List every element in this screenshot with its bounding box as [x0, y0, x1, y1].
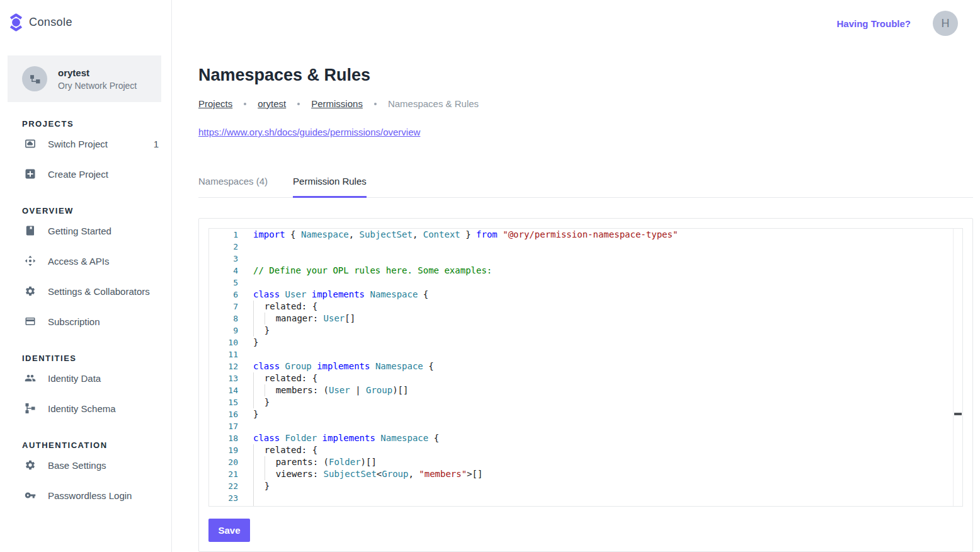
tabs: Namespaces (4)Permission Rules: [198, 176, 973, 198]
tab-namespaces-4[interactable]: Namespaces (4): [198, 176, 268, 198]
code-line: 19related: {: [209, 444, 962, 456]
credit-card-icon: [25, 316, 36, 327]
indent-guide: [253, 480, 265, 492]
plus-square-icon: [25, 168, 36, 180]
line-number: 13: [209, 372, 253, 384]
line-number: 20: [209, 456, 253, 468]
sidebar: Console orytest Ory Network Project PROJ…: [0, 0, 172, 552]
breadcrumb-item[interactable]: orytest: [258, 98, 286, 109]
docs-link[interactable]: https://www.ory.sh/docs/guides/permissio…: [198, 127, 420, 137]
code-line: 6class User implements Namespace {: [209, 289, 962, 301]
sidebar-item-label: Subscription: [48, 316, 100, 327]
line-number: 8: [209, 313, 253, 325]
indent-guide: [253, 396, 265, 408]
page-title: Namespaces & Rules: [198, 66, 973, 85]
breadcrumb-item[interactable]: Projects: [198, 98, 232, 109]
code-line: 2: [209, 241, 962, 253]
sidebar-item-label: Access & APIs: [48, 256, 110, 267]
sidebar-item-base-settings[interactable]: Base Settings: [0, 450, 171, 480]
breadcrumb-item[interactable]: Permissions: [311, 98, 363, 109]
code-line: 16}: [209, 408, 962, 420]
people-icon: [25, 372, 36, 384]
sidebar-nav: PROJECTSSwitch Project1Create ProjectOVE…: [0, 119, 171, 510]
indent-guide: [253, 444, 265, 456]
line-number: 4: [209, 265, 253, 277]
code-line: 17: [209, 420, 962, 432]
sidebar-section-heading: IDENTITIES: [0, 354, 171, 363]
indent-guide: [253, 468, 265, 480]
sidebar-item-label: Getting Started: [48, 226, 111, 236]
sidebar-item-getting-started[interactable]: Getting Started: [0, 216, 171, 246]
sidebar-item-identity-schema[interactable]: Identity Schema: [0, 393, 171, 423]
overview-ruler: [953, 229, 962, 506]
indent-guide: [253, 372, 265, 384]
app-logo[interactable]: Console: [0, 0, 171, 35]
line-number: 12: [209, 360, 253, 372]
code-line: 7related: {: [209, 301, 962, 313]
sidebar-item-access-apis[interactable]: Access & APIs: [0, 246, 171, 276]
line-number: 14: [209, 384, 253, 396]
sidebar-item-create-project[interactable]: Create Project: [0, 159, 171, 189]
sidebar-item-count: 1: [154, 139, 159, 149]
code-line: 13related: {: [209, 372, 962, 384]
code-line: 3: [209, 253, 962, 265]
breadcrumb-separator-icon: [244, 103, 246, 105]
code-line: 21viewers: SubjectSet<Group, "members">[…: [209, 468, 962, 480]
line-number: 10: [209, 336, 253, 348]
code-line: 22}: [209, 480, 962, 492]
sidebar-item-switch-project[interactable]: Switch Project1: [0, 129, 171, 159]
book-icon: [25, 225, 36, 236]
breadcrumb-separator-icon: [374, 103, 377, 105]
code-line: 5: [209, 277, 962, 289]
sidebar-item-passwordless-login[interactable]: Passwordless Login: [0, 480, 171, 510]
line-number: 24: [209, 504, 253, 507]
main-content: Namespaces & Rules ProjectsorytestPermis…: [198, 0, 973, 552]
app-title: Console: [29, 16, 72, 29]
line-number: 6: [209, 289, 253, 301]
cursor-marker-icon: [954, 413, 962, 415]
line-number: 15: [209, 396, 253, 408]
code-line: 12class Group implements Namespace {: [209, 360, 962, 372]
code-line: 1import { Namespace, SubjectSet, Context…: [209, 229, 962, 241]
sidebar-item-identity-data[interactable]: Identity Data: [0, 363, 171, 393]
code-line: 14members: (User | Group)[]: [209, 384, 962, 396]
project-subtitle: Ory Network Project: [58, 81, 137, 91]
code-editor[interactable]: 1import { Namespace, SubjectSet, Context…: [208, 228, 963, 507]
breadcrumb-separator-icon: [297, 103, 300, 105]
line-number: 11: [209, 348, 253, 360]
sidebar-item-label: Identity Data: [48, 373, 101, 384]
code-line: 20parents: (Folder)[]: [209, 456, 962, 468]
code-line: 9}: [209, 325, 962, 336]
code-line: 18class Folder implements Namespace {: [209, 432, 962, 444]
cloud-box-icon: [25, 138, 36, 149]
sidebar-item-subscription[interactable]: Subscription: [0, 306, 171, 336]
indent-guide: [253, 301, 265, 313]
editor-card: 1import { Namespace, SubjectSet, Context…: [198, 218, 973, 552]
line-number: 19: [209, 444, 253, 456]
line-number: 2: [209, 241, 253, 253]
line-number: 1: [209, 229, 253, 241]
line-number: 23: [209, 492, 253, 504]
project-avatar-icon: [22, 66, 47, 91]
key-icon: [25, 490, 36, 501]
indent-guide: [253, 492, 265, 504]
indent-guide: [265, 384, 276, 396]
indent-guide: [253, 504, 265, 507]
code-line: 8manager: User[]: [209, 313, 962, 325]
project-name: orytest: [58, 67, 137, 78]
code-lines: 1import { Namespace, SubjectSet, Context…: [209, 229, 962, 507]
line-number: 9: [209, 325, 253, 336]
save-button[interactable]: Save: [208, 519, 250, 542]
sidebar-item-label: Settings & Collaborators: [48, 286, 150, 297]
line-number: 16: [209, 408, 253, 420]
sidebar-item-label: Passwordless Login: [48, 490, 132, 501]
code-line: 24permits = {: [209, 504, 962, 507]
tab-permission-rules[interactable]: Permission Rules: [293, 176, 367, 198]
gear-icon: [25, 285, 36, 297]
indent-guide: [265, 313, 276, 325]
project-card[interactable]: orytest Ory Network Project: [8, 55, 161, 102]
sidebar-item-settings-collaborators[interactable]: Settings & Collaborators: [0, 276, 171, 306]
code-line: 11: [209, 348, 962, 360]
code-line: 10}: [209, 336, 962, 348]
code-line: 15}: [209, 396, 962, 408]
